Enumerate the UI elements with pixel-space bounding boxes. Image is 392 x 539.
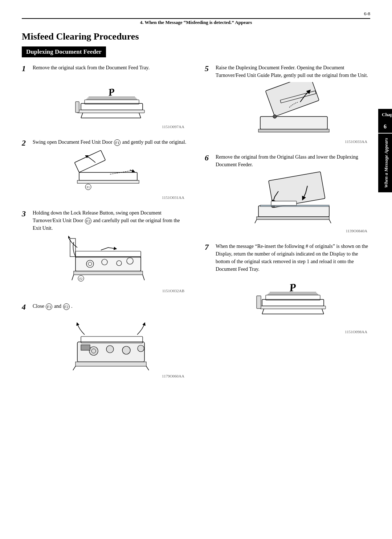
step-6-caption: 1139O0840A <box>205 229 367 233</box>
step-5-caption: 1151O033AA <box>205 139 367 144</box>
step-1-block: 1 Remove the original stack from the Doc… <box>22 64 187 132</box>
step-7-figure: P <box>216 276 370 328</box>
step-2-illustration: F1 <box>70 149 150 192</box>
left-column: 1 Remove the original stack from the Doc… <box>22 64 196 388</box>
svg-rect-13 <box>77 180 139 183</box>
step-3-text: Holding down the Lock Release Button, sw… <box>33 209 187 232</box>
step-1-text: Remove the original stack from the Docum… <box>33 64 187 72</box>
step-1-figure: P <box>33 74 187 123</box>
step-3-illustration: F2 <box>68 235 152 286</box>
svg-rect-10 <box>75 102 79 113</box>
step-4-text: Close F1 and F2 . <box>33 302 187 310</box>
top-rule <box>22 18 370 19</box>
step-4-caption: 1179O060AA <box>22 374 184 378</box>
step-4-text-before: Close <box>33 303 45 309</box>
step-3-block: 3 Holding down the Lock Release Button, … <box>22 209 187 296</box>
svg-point-34 <box>122 346 130 354</box>
right-column: 5 Raise the Duplexing Document Feeder. O… <box>196 64 370 388</box>
svg-rect-63 <box>257 296 261 309</box>
svg-point-31 <box>89 347 98 355</box>
svg-text:P: P <box>288 281 297 294</box>
step-4-number: 4 <box>22 302 30 312</box>
step-4-text-mid: and <box>53 303 62 309</box>
step-5-illustration <box>253 82 333 136</box>
step-4-f2: F2 <box>63 303 70 310</box>
step-7-caption: 1151O098AA <box>205 330 367 334</box>
step-6-figure <box>216 171 370 227</box>
svg-point-35 <box>138 345 144 352</box>
svg-line-25 <box>72 275 74 280</box>
chapter-tab-wrapper: Chapter 6 When a Message Appears <box>378 109 392 192</box>
step-6-block: 6 Remove the original from the Original … <box>205 153 370 236</box>
svg-line-26 <box>143 275 144 280</box>
svg-rect-6 <box>77 110 144 113</box>
step-7-illustration: P <box>255 276 331 327</box>
step-1-caption: 1151O097AA <box>22 124 184 129</box>
svg-rect-36 <box>75 362 146 366</box>
page-container: 6-8 4. When the Message “Misfeeding is d… <box>0 0 392 539</box>
section-header: Duplexing Document Feeder <box>22 46 106 57</box>
step-3-figure: F2 <box>33 235 187 287</box>
svg-rect-39 <box>81 345 90 350</box>
svg-rect-11 <box>79 172 137 180</box>
page-number: 6-8 <box>22 11 370 17</box>
main-title: Misfeed Clearing Procedures <box>22 31 370 42</box>
step-4-f1: F1 <box>46 303 52 310</box>
svg-line-8 <box>139 113 141 118</box>
page-header: 4. When the Message “Misfeeding is detec… <box>22 20 370 25</box>
step-2-block: 2 Swing open Document Feed Unit Door F1 … <box>22 138 187 203</box>
svg-rect-24 <box>74 271 143 275</box>
step-1-illustration: P <box>70 74 150 122</box>
svg-text:F1: F1 <box>87 186 90 189</box>
step-3-caption: 1151O032AB <box>22 289 184 293</box>
svg-line-52 <box>329 220 331 223</box>
svg-line-61 <box>322 309 324 314</box>
svg-point-33 <box>106 346 114 353</box>
step-2-text-plain: Swing open Document Feed Unit Door <box>33 139 114 145</box>
step-6-text: Remove the original from the Original Gl… <box>216 153 370 168</box>
step-7-text: When the message “Re-insert the followin… <box>216 242 370 273</box>
chapter-number: 6 <box>378 121 392 133</box>
svg-rect-41 <box>265 82 319 117</box>
svg-line-51 <box>255 220 257 223</box>
svg-rect-44 <box>258 129 329 132</box>
step-4-text-after: . <box>70 303 73 309</box>
step-5-number: 5 <box>205 64 213 73</box>
step-2-figure: F1 <box>33 149 187 194</box>
step-6-number: 6 <box>205 153 213 163</box>
svg-point-42 <box>273 115 277 118</box>
svg-rect-45 <box>258 206 329 217</box>
step-2-f1: F1 <box>114 139 121 146</box>
chapter-side-label: When a Message Appears <box>378 134 392 192</box>
svg-line-38 <box>146 366 149 370</box>
step-6-illustration <box>253 171 333 226</box>
step-1-number: 1 <box>22 64 30 73</box>
step-2-text-after: and gently pull out the original. <box>121 139 186 145</box>
svg-rect-59 <box>260 306 326 309</box>
step-4-illustration <box>66 313 154 371</box>
step-3-f2: F2 <box>85 218 91 224</box>
svg-line-7 <box>81 113 83 118</box>
svg-rect-12 <box>74 150 105 172</box>
svg-rect-0 <box>81 103 143 110</box>
svg-text:F2: F2 <box>79 277 82 281</box>
svg-line-37 <box>73 366 75 370</box>
step-2-number: 2 <box>22 138 30 148</box>
step-2-text: Swing open Document Feed Unit Door F1 an… <box>33 138 187 146</box>
svg-text:P: P <box>107 86 115 98</box>
step-5-figure <box>216 82 370 138</box>
content-columns: 1 Remove the original stack from the Doc… <box>22 64 370 388</box>
step-4-block: 4 Close F1 and F2 . <box>22 302 187 381</box>
step-7-number: 7 <box>205 242 213 252</box>
step-3-number: 3 <box>22 209 30 219</box>
svg-rect-49 <box>271 201 297 205</box>
step-7-block: 7 When the message “Re-insert the follow… <box>205 242 370 337</box>
svg-line-60 <box>262 309 264 314</box>
svg-rect-40 <box>260 117 327 129</box>
step-5-text: Raise the Duplexing Document Feeder. Ope… <box>216 64 370 79</box>
step-5-block: 5 Raise the Duplexing Document Feeder. O… <box>205 64 370 147</box>
step-4-figure <box>33 313 187 372</box>
step-2-caption: 1151O031AA <box>22 195 184 200</box>
svg-rect-53 <box>262 299 324 306</box>
svg-rect-50 <box>257 217 329 220</box>
